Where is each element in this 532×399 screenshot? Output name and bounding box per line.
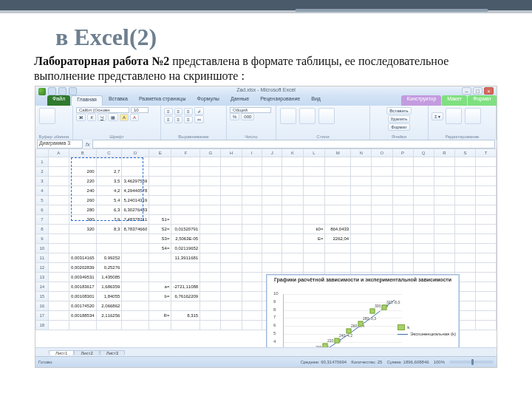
cell[interactable]: [171, 263, 200, 273]
cell[interactable]: [221, 177, 242, 186]
cell[interactable]: [282, 234, 303, 244]
cell[interactable]: [122, 292, 149, 301]
cell[interactable]: [454, 196, 475, 205]
align-bl-icon[interactable]: ≡: [164, 116, 173, 123]
cell[interactable]: [262, 167, 282, 177]
cell[interactable]: [413, 186, 434, 196]
cell[interactable]: [303, 253, 325, 263]
cell[interactable]: [325, 244, 351, 253]
cell[interactable]: [372, 205, 392, 215]
cell[interactable]: E=: [303, 234, 325, 244]
cell[interactable]: [221, 311, 242, 321]
underline-button[interactable]: Ч: [98, 114, 106, 121]
cell[interactable]: [372, 253, 392, 263]
cell[interactable]: [122, 234, 149, 244]
cell[interactable]: [351, 234, 372, 244]
cell[interactable]: [69, 321, 96, 330]
cell[interactable]: [221, 196, 242, 205]
column-header[interactable]: B: [69, 149, 96, 157]
cell[interactable]: 7,48378211: [122, 215, 149, 225]
column-header[interactable]: P: [392, 149, 413, 157]
row-header[interactable]: 5: [36, 196, 49, 205]
cell[interactable]: [171, 177, 200, 186]
cell[interactable]: [242, 311, 262, 321]
cell[interactable]: [242, 273, 262, 282]
paste-button[interactable]: [39, 108, 55, 124]
worksheet-grid[interactable]: ABCDEFGHIJKLMNOPQRST122002,732203,53,462…: [35, 149, 497, 357]
cell[interactable]: [171, 301, 200, 311]
column-header[interactable]: A: [48, 149, 69, 157]
row-header[interactable]: 13: [36, 273, 49, 282]
cell[interactable]: [475, 282, 496, 292]
cell[interactable]: [171, 167, 200, 177]
align-br-icon[interactable]: ≡: [184, 116, 193, 123]
cell[interactable]: [413, 244, 434, 253]
cell[interactable]: [434, 167, 454, 177]
cell[interactable]: [262, 263, 282, 273]
bold-button[interactable]: Ж: [76, 114, 86, 121]
cell[interactable]: [372, 196, 392, 205]
cell[interactable]: [303, 263, 325, 273]
font-color-button[interactable]: A: [130, 114, 139, 121]
wrap-text-button[interactable]: ↲: [194, 107, 204, 115]
cell[interactable]: [282, 215, 303, 225]
cell[interactable]: [434, 196, 454, 205]
row-header[interactable]: 18: [36, 321, 49, 330]
cell[interactable]: 0,00349531: [69, 273, 96, 282]
cell[interactable]: [413, 157, 434, 167]
cell[interactable]: [48, 186, 69, 196]
cell[interactable]: [48, 196, 69, 205]
select-all-corner[interactable]: [36, 149, 49, 157]
cell[interactable]: [242, 205, 262, 215]
cell[interactable]: 240: [69, 186, 96, 196]
cell[interactable]: [69, 234, 96, 244]
format-cells-button[interactable]: Формат: [388, 123, 409, 131]
cell[interactable]: [434, 157, 454, 167]
column-header[interactable]: T: [475, 149, 496, 157]
cell[interactable]: -2721,11088: [171, 282, 200, 292]
cell[interactable]: 280: [69, 205, 96, 215]
cell[interactable]: [149, 321, 171, 330]
cell[interactable]: S4=: [149, 244, 171, 253]
zoom-slider[interactable]: [449, 361, 494, 364]
cell[interactable]: [392, 215, 413, 225]
delete-cells-button[interactable]: Удалить: [388, 115, 411, 123]
cell[interactable]: 1,435085: [96, 273, 122, 282]
cell[interactable]: [434, 186, 454, 196]
cell[interactable]: [221, 301, 242, 311]
cell[interactable]: [200, 205, 221, 215]
row-header[interactable]: 6: [36, 205, 49, 215]
tab-review[interactable]: Рецензирование: [255, 95, 305, 106]
cell[interactable]: [221, 205, 242, 215]
cell[interactable]: 0,25276: [96, 263, 122, 273]
cell[interactable]: [454, 215, 475, 225]
cell[interactable]: [242, 225, 262, 234]
cell[interactable]: [221, 253, 242, 263]
cell[interactable]: [200, 157, 221, 167]
cell[interactable]: 864,0433: [325, 225, 351, 234]
tab-chart-format[interactable]: Формат: [468, 95, 497, 106]
cell[interactable]: [351, 225, 372, 234]
cell[interactable]: [96, 244, 122, 253]
cell[interactable]: [48, 263, 69, 273]
font-name-selector[interactable]: Calibri (Основн: [76, 107, 129, 113]
cell[interactable]: [434, 177, 454, 186]
cell[interactable]: [413, 205, 434, 215]
cell[interactable]: [475, 225, 496, 234]
cell[interactable]: [454, 244, 475, 253]
cell[interactable]: [221, 157, 242, 167]
cell[interactable]: [372, 225, 392, 234]
cell[interactable]: 2,116256: [96, 311, 122, 321]
cell[interactable]: [48, 167, 69, 177]
cell[interactable]: 200: [69, 167, 96, 177]
cell[interactable]: [303, 177, 325, 186]
cell[interactable]: [434, 234, 454, 244]
cell[interactable]: [242, 253, 262, 263]
cell[interactable]: [413, 215, 434, 225]
cell[interactable]: [221, 282, 242, 292]
cell[interactable]: [200, 186, 221, 196]
cell[interactable]: b=: [149, 292, 171, 301]
cell[interactable]: [149, 167, 171, 177]
cell-styles-button[interactable]: [318, 108, 335, 124]
align-bc-icon[interactable]: ≡: [174, 116, 183, 123]
